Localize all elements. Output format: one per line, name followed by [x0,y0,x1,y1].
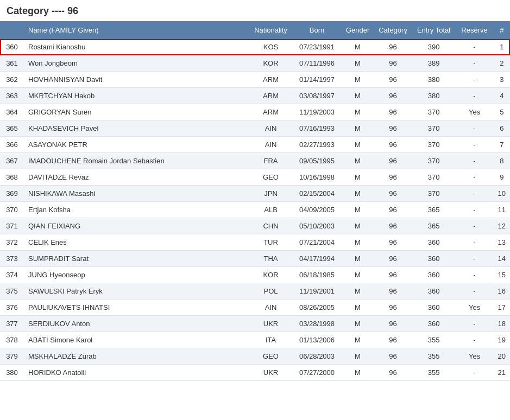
cell-nationality: FRA [249,153,293,169]
cell-reserve: - [456,202,494,218]
cell-category: 96 [374,283,412,300]
cell-num: 371 [0,218,24,234]
cell-hash: 19 [494,332,510,348]
cell-num: 379 [0,348,24,365]
cell-born: 03/08/1997 [293,88,342,104]
table-row: 362HOVHANNISYAN DavitARM01/14/1997M96380… [0,72,510,88]
cell-entry_total: 360 [412,267,456,283]
cell-reserve: - [456,234,494,251]
cell-hash: 6 [494,120,510,137]
cell-name: DAVITADZE Revaz [24,169,249,186]
cell-hash: 13 [494,234,510,251]
cell-born: 07/21/2004 [293,234,342,251]
cell-gender: M [342,120,374,137]
cell-num: 361 [0,55,24,72]
table-row: 379MSKHALADZE ZurabGEO06/28/2003M96355Ye… [0,348,510,365]
cell-gender: M [342,234,374,251]
cell-category: 96 [374,348,412,365]
cell-hash: 2 [494,55,510,72]
cell-category: 96 [374,72,412,88]
cell-entry_total: 355 [412,348,456,365]
cell-nationality: KOR [249,267,293,283]
cell-born: 04/09/2005 [293,202,342,218]
cell-num: 380 [0,365,24,381]
cell-born: 06/28/2003 [293,348,342,365]
cell-born: 10/16/1998 [293,169,342,186]
cell-gender: M [342,251,374,267]
cell-name: KHADASEVICH Pavel [24,120,249,137]
cell-entry_total: 360 [412,283,456,300]
cell-category: 96 [374,120,412,137]
table-row: 378ABATI Simone KarolITA01/13/2006M96355… [0,332,510,348]
cell-name: GRIGORYAN Suren [24,104,249,120]
cell-born: 01/13/2006 [293,332,342,348]
cell-category: 96 [374,169,412,186]
cell-category: 96 [374,39,412,55]
col-header-hash: # [494,21,510,39]
cell-reserve: - [456,218,494,234]
table-row: 365KHADASEVICH PavelAIN07/16/1993M96370-… [0,120,510,137]
cell-num: 375 [0,283,24,300]
cell-category: 96 [374,218,412,234]
cell-reserve: - [456,39,494,55]
table-row: 376PAULIUKAVETS IHNATSIAIN08/26/2005M963… [0,300,510,316]
cell-hash: 9 [494,169,510,186]
table-row: 371QIAN FEIXIANGCHN05/10/2003M96365-12 [0,218,510,234]
cell-name: MKRTCHYAN Hakob [24,88,249,104]
col-header-entry-total: Entry Total [412,21,456,39]
table-row: 366ASAYONAK PETRAIN02/27/1993M96370-7 [0,137,510,153]
cell-reserve: - [456,316,494,332]
cell-hash: 7 [494,137,510,153]
cell-gender: M [342,202,374,218]
cell-reserve: - [456,283,494,300]
cell-nationality: POL [249,283,293,300]
cell-gender: M [342,316,374,332]
col-header-category: Category [374,21,412,39]
cell-born: 02/15/2004 [293,186,342,202]
cell-nationality: TUR [249,234,293,251]
page-title: Category ---- 96 [0,0,510,21]
table-header: Name (FAMILY Given) Nationality Born Gen… [0,21,510,39]
cell-reserve: - [456,153,494,169]
cell-num: 364 [0,104,24,120]
cell-nationality: GEO [249,348,293,365]
cell-gender: M [342,39,374,55]
cell-gender: M [342,104,374,120]
cell-num: 376 [0,300,24,316]
cell-entry_total: 360 [412,251,456,267]
cell-gender: M [342,72,374,88]
cell-reserve: - [456,88,494,104]
cell-hash: 14 [494,251,510,267]
cell-born: 06/18/1985 [293,267,342,283]
cell-num: 368 [0,169,24,186]
cell-gender: M [342,137,374,153]
cell-born: 03/28/1998 [293,316,342,332]
cell-reserve: Yes [456,348,494,365]
cell-reserve: Yes [456,104,494,120]
cell-name: CELIK Enes [24,234,249,251]
cell-nationality: UKR [249,365,293,381]
cell-nationality: UKR [249,316,293,332]
cell-category: 96 [374,300,412,316]
cell-born: 05/10/2003 [293,218,342,234]
col-header-gender: Gender [342,21,374,39]
cell-entry_total: 370 [412,137,456,153]
cell-born: 09/05/1995 [293,153,342,169]
cell-num: 360 [0,39,24,55]
cell-entry_total: 370 [412,169,456,186]
cell-hash: 18 [494,316,510,332]
cell-entry_total: 370 [412,120,456,137]
cell-gender: M [342,169,374,186]
cell-entry_total: 365 [412,218,456,234]
cell-entry_total: 365 [412,202,456,218]
cell-name: SAWULSKI Patryk Eryk [24,283,249,300]
results-table: Name (FAMILY Given) Nationality Born Gen… [0,21,510,381]
cell-entry_total: 360 [412,316,456,332]
cell-num: 370 [0,202,24,218]
cell-category: 96 [374,332,412,348]
cell-hash: 5 [494,104,510,120]
cell-category: 96 [374,55,412,72]
cell-gender: M [342,365,374,381]
table-row: 369NISHIKAWA MasashiJPN02/15/2004M96370-… [0,186,510,202]
cell-name: SUMPRADIT Sarat [24,251,249,267]
